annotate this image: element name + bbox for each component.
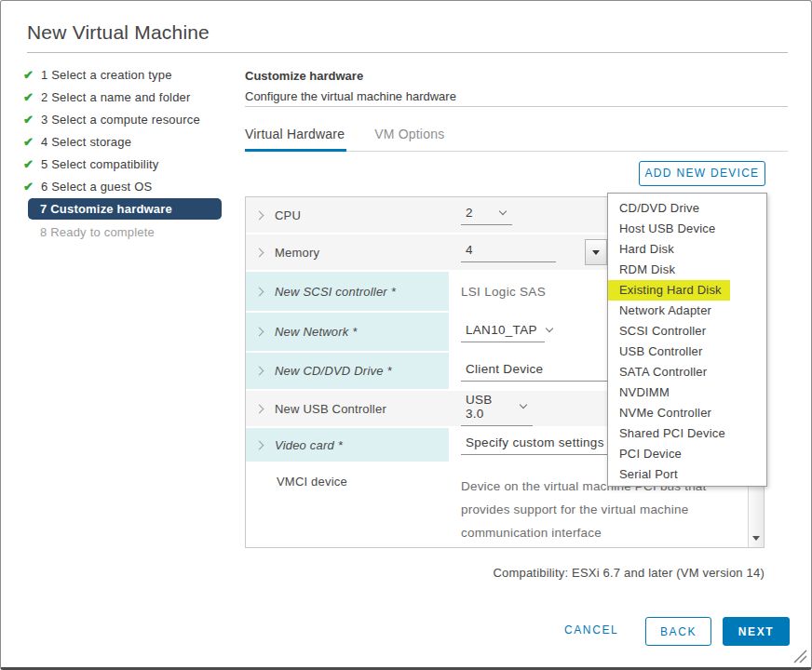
sidebar-step-3[interactable]: ✔3 Select a compute resource xyxy=(23,108,230,130)
menu-item-rdm-disk[interactable]: RDM Disk xyxy=(608,260,766,280)
check-icon: ✔ xyxy=(23,113,36,127)
compatibility-status: Compatibility: ESXi 6.7 and later (VM ve… xyxy=(493,566,765,580)
dialog-frame: New Virtual Machine ✔1 Select a creation… xyxy=(0,0,812,670)
sidebar-step-7-active[interactable]: 7 Customize hardware xyxy=(28,198,222,220)
row-label: New CD/DVD Drive * xyxy=(275,364,392,378)
title-divider xyxy=(27,52,788,53)
cddvd-drive-select[interactable]: Client Device xyxy=(461,361,624,382)
caret-down-icon xyxy=(546,324,553,331)
menu-item-network-adapter[interactable]: Network Adapter xyxy=(608,301,766,321)
back-button[interactable]: BACK xyxy=(645,617,711,646)
check-icon: ✔ xyxy=(23,135,36,149)
chevron-right-icon[interactable] xyxy=(255,367,264,376)
menu-item-scsi-controller[interactable]: SCSI Controller xyxy=(608,321,766,342)
triangle-down-icon xyxy=(752,536,760,541)
menu-item-nvme-controller[interactable]: NVMe Controller xyxy=(608,403,766,423)
menu-item-host-usb-device[interactable]: Host USB Device xyxy=(608,219,766,239)
sidebar-step-2[interactable]: ✔2 Select a name and folder xyxy=(23,86,230,108)
dialog-title: New Virtual Machine xyxy=(27,21,210,44)
tab-virtual-hardware[interactable]: Virtual Hardware xyxy=(245,123,346,152)
section-heading: Customize hardware xyxy=(245,69,363,83)
row-label: New USB Controller xyxy=(275,402,386,416)
add-new-device-button[interactable]: ADD NEW DEVICE xyxy=(639,161,765,186)
cpu-count-select[interactable]: 2 xyxy=(461,205,512,225)
resize-handle-icon[interactable] xyxy=(793,650,807,663)
menu-item-existing-hard-disk[interactable]: Existing Hard Disk xyxy=(608,280,766,301)
check-icon: ✔ xyxy=(23,157,36,171)
add-device-dropdown-menu: CD/DVD Drive Host USB Device Hard Disk R… xyxy=(607,193,767,487)
chevron-right-icon[interactable] xyxy=(255,440,264,449)
memory-size-input[interactable]: 4 xyxy=(461,242,556,262)
sidebar-step-5[interactable]: ✔5 Select compatibility xyxy=(23,153,230,175)
menu-item-serial-port[interactable]: Serial Port xyxy=(608,464,766,485)
section-divider xyxy=(245,106,788,107)
row-label: CPU xyxy=(275,208,301,222)
section-subheading: Configure the virtual machine hardware xyxy=(245,89,456,103)
usb-controller-select[interactable]: USB 3.0 xyxy=(461,392,533,426)
next-button[interactable]: NEXT xyxy=(723,617,790,646)
video-card-select[interactable]: Specify custom settings xyxy=(461,435,624,455)
chevron-right-icon[interactable] xyxy=(255,210,264,220)
cancel-button[interactable]: CANCEL xyxy=(564,623,618,636)
check-icon: ✔ xyxy=(23,180,36,194)
wizard-steps-sidebar: ✔1 Select a creation type ✔2 Select a na… xyxy=(23,63,230,243)
tabs: Virtual Hardware VM Options xyxy=(245,123,788,152)
network-select[interactable]: LAN10_TAP xyxy=(461,322,545,342)
sidebar-step-4[interactable]: ✔4 Select storage xyxy=(23,130,230,153)
menu-item-usb-controller[interactable]: USB Controller xyxy=(608,342,766,362)
sidebar-step-1[interactable]: ✔1 Select a creation type xyxy=(23,63,230,86)
caret-down-icon xyxy=(520,401,527,409)
check-icon: ✔ xyxy=(23,90,36,104)
menu-item-pci-device[interactable]: PCI Device xyxy=(608,444,766,464)
chevron-right-icon[interactable] xyxy=(255,248,264,257)
menu-item-hard-disk[interactable]: Hard Disk xyxy=(608,239,766,260)
sidebar-step-8: 8 Ready to complete xyxy=(23,221,230,243)
memory-unit-dropdown-button[interactable] xyxy=(585,239,607,265)
row-label: New Network * xyxy=(275,325,358,339)
menu-item-cd-dvd-drive[interactable]: CD/DVD Drive xyxy=(608,198,766,219)
caret-down-icon xyxy=(592,250,600,255)
row-label: Video card * xyxy=(275,438,343,452)
menu-item-sata-controller[interactable]: SATA Controller xyxy=(608,362,766,382)
row-label: VMCI device xyxy=(277,475,347,489)
scroll-down-button[interactable] xyxy=(749,531,764,545)
check-icon: ✔ xyxy=(23,68,36,82)
row-label: Memory xyxy=(275,246,319,260)
chevron-right-icon[interactable] xyxy=(255,404,264,413)
chevron-right-icon[interactable] xyxy=(255,287,264,296)
sidebar-step-6[interactable]: ✔6 Select a guest OS xyxy=(23,175,230,197)
caret-down-icon xyxy=(499,208,507,215)
chevron-right-icon[interactable] xyxy=(255,328,264,337)
row-label: New SCSI controller * xyxy=(275,285,396,299)
menu-item-nvdimm[interactable]: NVDIMM xyxy=(608,382,766,403)
scsi-controller-type-value: LSI Logic SAS xyxy=(461,285,546,299)
menu-item-shared-pci-device[interactable]: Shared PCI Device xyxy=(608,423,766,444)
new-vm-wizard-dialog: New Virtual Machine ✔1 Select a creation… xyxy=(0,0,812,670)
tab-vm-options[interactable]: VM Options xyxy=(374,123,446,151)
